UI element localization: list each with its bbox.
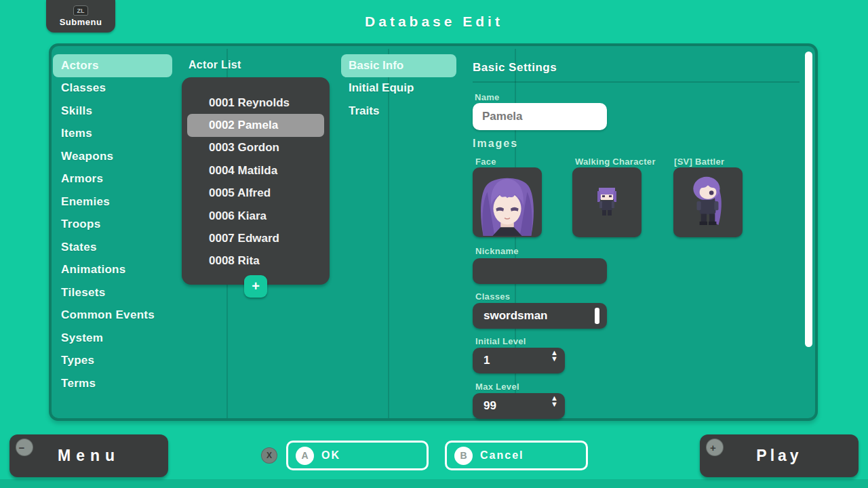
- sidebar-item-animations[interactable]: Animations: [53, 259, 172, 282]
- walking-sprite-image: [593, 186, 620, 219]
- database-edit-screen: ZL Submenu Database Edit Actors Classes …: [0, 0, 868, 488]
- x-button-icon[interactable]: X: [261, 447, 277, 464]
- name-input[interactable]: Pamela: [473, 103, 607, 130]
- tab-basic-info[interactable]: Basic Info: [341, 54, 456, 77]
- sidebar-item-system[interactable]: System: [53, 327, 172, 350]
- stepper-arrows: ▲ ▼: [551, 395, 558, 407]
- minus-button-icon: −: [16, 439, 33, 456]
- actor-row-0005[interactable]: 0005 Alfred: [187, 182, 324, 205]
- images-header: Images: [473, 138, 518, 150]
- add-actor-button[interactable]: +: [244, 275, 267, 298]
- menu-label: Menu: [58, 447, 120, 465]
- x-glyph: X: [267, 451, 272, 460]
- play-label: Play: [756, 447, 802, 465]
- category-list: Actors Classes Skills Items Weapons Armo…: [53, 54, 172, 395]
- sidebar-item-actors[interactable]: Actors: [53, 54, 172, 77]
- page-title: Database Edit: [0, 14, 868, 30]
- actor-row-0008[interactable]: 0008 Rita: [187, 250, 324, 272]
- actor-list-panel: 0001 Reynolds 0002 Pamela 0003 Gordon 00…: [182, 77, 330, 285]
- cancel-label: Cancel: [480, 449, 524, 462]
- initial-level-value: 1: [484, 354, 490, 367]
- ok-button[interactable]: A OK: [286, 441, 429, 470]
- b-key-icon: B: [454, 447, 473, 465]
- plus-glyph: +: [710, 442, 719, 453]
- a-key-icon: A: [296, 447, 314, 465]
- classes-value: swordsman: [484, 309, 547, 323]
- sv-battler-slot[interactable]: [673, 167, 743, 237]
- basic-settings-header: Basic Settings: [473, 61, 557, 75]
- battler-sprite-image: [686, 174, 730, 231]
- actor-row-0001[interactable]: 0001 Reynolds: [187, 92, 324, 114]
- actor-row-0006[interactable]: 0006 Kiara: [187, 205, 324, 227]
- ok-label: OK: [321, 449, 340, 462]
- nickname-label: Nickname: [475, 246, 519, 256]
- sidebar-item-weapons[interactable]: Weapons: [53, 145, 172, 168]
- sidebar-item-common-events[interactable]: Common Events: [53, 304, 172, 327]
- actor-row-0007[interactable]: 0007 Edward: [187, 227, 324, 249]
- sidebar-item-armors[interactable]: Armors: [53, 168, 172, 191]
- section-divider: [473, 81, 800, 83]
- sidebar-item-skills[interactable]: Skills: [53, 100, 172, 123]
- play-button[interactable]: + Play: [700, 434, 859, 477]
- cancel-button[interactable]: B Cancel: [445, 441, 588, 470]
- face-image-slot[interactable]: [473, 167, 542, 237]
- face-label: Face: [475, 157, 496, 167]
- menu-button[interactable]: − Menu: [9, 434, 168, 477]
- sidebar-item-tilesets[interactable]: Tilesets: [53, 281, 172, 304]
- sidebar-item-troops[interactable]: Troops: [53, 214, 172, 237]
- sidebar-item-enemies[interactable]: Enemies: [53, 190, 172, 214]
- tab-traits[interactable]: Traits: [341, 100, 456, 123]
- nickname-input[interactable]: [473, 258, 607, 284]
- minus-glyph: −: [19, 442, 31, 453]
- actor-row-0004[interactable]: 0004 Matilda: [187, 159, 324, 182]
- face-portrait-image: [474, 169, 540, 236]
- sidebar-item-states[interactable]: States: [53, 236, 172, 259]
- initial-level-stepper[interactable]: 1 ▲ ▼: [473, 348, 565, 373]
- select-cursor-icon: [595, 308, 599, 324]
- stepper-down-icon[interactable]: ▼: [551, 401, 558, 407]
- classes-select[interactable]: swordsman: [473, 303, 607, 329]
- actor-row-0003[interactable]: 0003 Gordon: [187, 137, 324, 159]
- sidebar-item-classes[interactable]: Classes: [53, 77, 172, 100]
- tab-list: Basic Info Initial Equip Traits: [341, 54, 456, 123]
- sidebar-item-terms[interactable]: Terms: [53, 372, 172, 395]
- name-label: Name: [475, 92, 500, 102]
- classes-label: Classes: [475, 291, 510, 302]
- plus-icon: +: [252, 279, 260, 294]
- actor-list-header: Actor List: [189, 59, 241, 71]
- sv-battler-label: [SV] Battler: [674, 157, 724, 167]
- bottom-shadow-strip: [0, 479, 868, 488]
- actor-items: 0001 Reynolds 0002 Pamela 0003 Gordon 00…: [187, 92, 324, 272]
- sidebar-item-types[interactable]: Types: [53, 350, 172, 373]
- plus-button-icon: +: [706, 439, 724, 456]
- name-value: Pamela: [482, 110, 523, 123]
- initial-level-label: Initial Level: [475, 336, 526, 346]
- max-level-value: 99: [484, 399, 496, 413]
- stepper-down-icon[interactable]: ▼: [551, 356, 558, 362]
- sidebar-item-items[interactable]: Items: [53, 123, 172, 146]
- max-level-label: Max Level: [475, 382, 519, 392]
- max-level-stepper[interactable]: 99 ▲ ▼: [473, 393, 565, 419]
- stepper-arrows: ▲ ▼: [551, 350, 558, 362]
- tab-initial-equip[interactable]: Initial Equip: [341, 77, 456, 100]
- actor-row-0002[interactable]: 0002 Pamela: [187, 114, 324, 136]
- panel-scrollbar[interactable]: [805, 52, 812, 347]
- walking-character-label: Walking Character: [575, 157, 656, 167]
- walking-character-slot[interactable]: [572, 167, 642, 237]
